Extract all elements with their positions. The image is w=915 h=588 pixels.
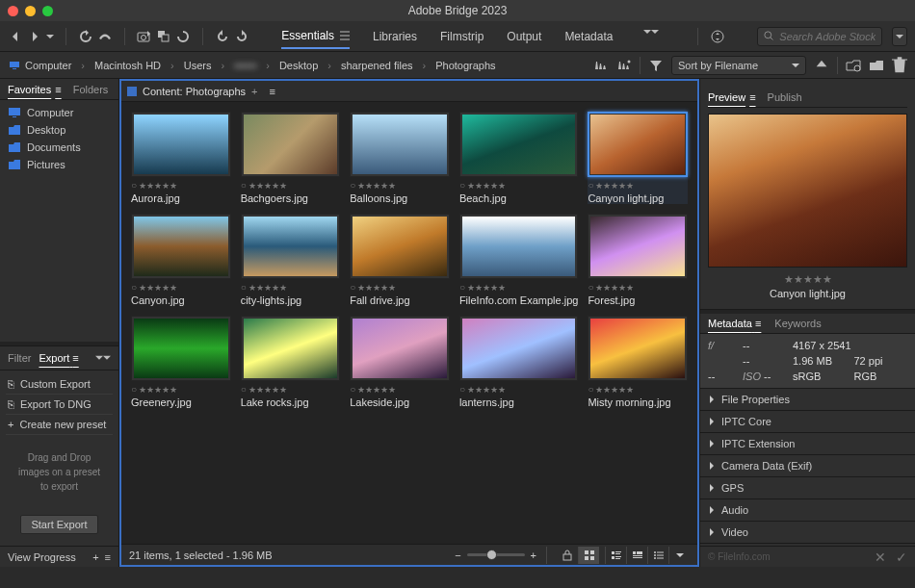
export-new-preset[interactable]: +Create new preset — [6, 415, 113, 435]
tab-publish[interactable]: Publish — [768, 91, 802, 103]
open-recent-icon[interactable] — [846, 58, 861, 73]
workspace-filmstrip[interactable]: Filmstrip — [440, 24, 484, 49]
crumb-user[interactable]: •••••• — [234, 60, 256, 71]
view-progress-label[interactable]: View Progress — [8, 551, 76, 563]
favorite-documents[interactable]: Documents — [6, 139, 113, 156]
thumbnail[interactable]: ○★★★★★Bachgoers.jpg — [241, 112, 341, 204]
view-details-icon[interactable] — [626, 547, 647, 564]
sort-select[interactable]: Sort by Filename — [671, 56, 806, 75]
close-button[interactable] — [8, 6, 18, 16]
view-thumbs-icon[interactable] — [605, 547, 626, 564]
view-grid-icon[interactable] — [578, 547, 599, 564]
metadata-section[interactable]: Camera Data (Exif) — [700, 455, 915, 477]
slider-track[interactable] — [467, 553, 525, 556]
slider-thumb[interactable] — [486, 550, 497, 560]
tab-keywords[interactable]: Keywords — [774, 318, 821, 329]
plus-icon[interactable]: + — [531, 550, 536, 561]
thumbnail[interactable]: ○★★★★★Aurora.jpg — [131, 112, 231, 204]
thumb-rating[interactable]: ○★★★★★ — [241, 384, 341, 395]
thumb-rating[interactable]: ○★★★★★ — [588, 384, 688, 395]
metadata-section[interactable]: IPTC Extension — [700, 433, 915, 455]
funnel-icon[interactable] — [648, 58, 664, 73]
view-list-icon[interactable] — [647, 547, 668, 564]
thumb-rating[interactable]: ○★★★★★ — [459, 180, 579, 191]
history-icon[interactable] — [78, 29, 93, 44]
thumb-rating[interactable]: ○★★★★★ — [459, 384, 579, 395]
menu-icon[interactable]: ≡ — [269, 86, 274, 97]
filter-rating-icon[interactable] — [593, 58, 609, 73]
add-progress-icon[interactable]: + — [92, 551, 98, 563]
filter-rating2-icon[interactable] — [616, 58, 632, 73]
thumb-rating[interactable]: ○★★★★★ — [350, 384, 450, 395]
favorite-desktop[interactable]: Desktop — [6, 121, 113, 139]
maximize-button[interactable] — [42, 6, 53, 16]
add-tab-icon[interactable]: + — [251, 86, 257, 97]
rotate-cw-icon[interactable] — [234, 29, 249, 44]
thumbnail[interactable]: ○★★★★★Beach.jpg — [459, 112, 579, 204]
start-export-button[interactable]: Start Export — [20, 515, 97, 534]
view-lock-icon[interactable] — [557, 547, 578, 564]
thumb-size-slider[interactable]: − + — [455, 550, 536, 561]
crumb-computer[interactable]: Computer — [8, 60, 71, 71]
thumb-rating[interactable]: ○★★★★★ — [131, 282, 231, 293]
sort-asc-icon[interactable] — [814, 58, 829, 73]
workspace-output[interactable]: Output — [507, 24, 541, 49]
tab-filter[interactable]: Filter — [8, 352, 31, 364]
thumb-rating[interactable]: ○★★★★★ — [350, 282, 450, 293]
collapse-icon[interactable] — [95, 350, 111, 366]
tab-preview[interactable]: Preview ≡ — [708, 91, 756, 103]
preview-rating[interactable]: ★★★★★ — [708, 273, 907, 286]
search-field[interactable] — [779, 31, 876, 42]
thumbnail[interactable]: ○★★★★★Greenery.jpg — [131, 316, 231, 408]
favorite-pictures[interactable]: Pictures — [6, 156, 113, 173]
metadata-section[interactable]: File Properties — [700, 389, 915, 411]
workspace-essentials[interactable]: Essentials — [281, 24, 350, 49]
thumbnail[interactable]: ○★★★★★Canyon.jpg — [131, 214, 231, 306]
thumb-rating[interactable]: ○★★★★★ — [588, 282, 688, 293]
thumb-rating[interactable]: ○★★★★★ — [241, 282, 341, 293]
thumb-rating[interactable]: ○★★★★★ — [588, 180, 688, 191]
trash-icon[interactable] — [892, 58, 907, 73]
cancel-icon[interactable]: ✕ — [875, 550, 886, 565]
metadata-section[interactable]: Audio — [700, 499, 915, 522]
crumb-hd[interactable]: Macintosh HD — [94, 60, 161, 71]
refresh-icon[interactable] — [175, 29, 191, 44]
export-custom[interactable]: ⎘Custom Export — [6, 374, 113, 395]
sync-icon[interactable] — [710, 29, 725, 44]
camera-import-icon[interactable] — [137, 29, 152, 44]
crumb-desktop[interactable]: Desktop — [279, 60, 318, 71]
rotate-ccw-icon[interactable] — [215, 29, 230, 44]
favorite-computer[interactable]: Computer — [6, 104, 113, 121]
back-icon[interactable] — [8, 29, 23, 44]
search-dropdown[interactable] — [892, 27, 907, 46]
thumbnail[interactable]: ○★★★★★Canyon light.jpg — [588, 112, 688, 204]
thumbnail[interactable]: ○★★★★★Fall drive.jpg — [350, 214, 450, 306]
crumb-folder[interactable]: sharpened files — [341, 60, 413, 71]
thumb-rating[interactable]: ○★★★★★ — [241, 180, 341, 191]
thumbnail[interactable]: ○★★★★★Lakeside.jpg — [350, 316, 450, 408]
thumb-rating[interactable]: ○★★★★★ — [131, 180, 231, 191]
thumb-rating[interactable]: ○★★★★★ — [459, 282, 579, 293]
new-folder-icon[interactable] — [869, 58, 884, 73]
tab-favorites[interactable]: Favorites ≡ — [8, 84, 62, 95]
boomerang-icon[interactable] — [97, 29, 113, 44]
thumb-rating[interactable]: ○★★★★★ — [350, 180, 450, 191]
thumbnail[interactable]: ○★★★★★Forest.jpg — [588, 214, 688, 306]
thumbnail[interactable]: ○★★★★★FileInfo.com Example.jpg — [459, 214, 579, 306]
workspace-overflow-icon[interactable] — [643, 24, 659, 39]
apply-icon[interactable]: ✓ — [896, 550, 907, 565]
forward-dropdown-icon[interactable] — [46, 29, 54, 44]
thumbnail[interactable]: ○★★★★★Balloons.jpg — [350, 112, 450, 204]
thumbnail[interactable]: ○★★★★★Lake rocks.jpg — [241, 316, 341, 408]
view-dropdown-icon[interactable] — [668, 547, 690, 564]
minimize-button[interactable] — [25, 6, 36, 16]
search-input[interactable] — [757, 27, 882, 46]
metadata-section[interactable]: Video — [700, 522, 915, 544]
batch-icon[interactable] — [156, 29, 171, 44]
minus-icon[interactable]: − — [455, 550, 460, 561]
thumbnail[interactable]: ○★★★★★Misty morning.jpg — [588, 316, 688, 408]
tab-metadata[interactable]: Metadata ≡ — [708, 318, 761, 329]
workspace-metadata[interactable]: Metadata — [564, 24, 613, 49]
export-dng[interactable]: ⎘Export To DNG — [6, 395, 113, 415]
metadata-section[interactable]: GPS — [700, 477, 915, 499]
